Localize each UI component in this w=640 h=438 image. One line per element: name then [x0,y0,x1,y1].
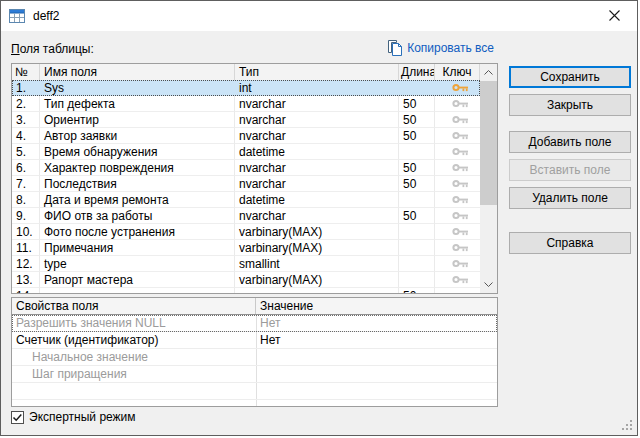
cell-type: varbinary(MAX) [235,272,399,288]
expert-mode-checkbox[interactable]: Экспертный режим [11,410,136,424]
column-header-length[interactable]: Длина [399,64,435,80]
table-row[interactable]: 4.Автор заявкиnvarchar50 [12,128,480,144]
property-row[interactable]: Шаг приращения [12,366,497,383]
properties-header-value: Значение [256,298,497,314]
cell-field-name: Автор заявки [40,128,235,144]
property-value: Нет [256,332,497,348]
resize-grip[interactable] [622,420,633,431]
key-icon [452,243,468,252]
table-row[interactable]: 3.Ориентирnvarchar50 [12,112,480,128]
property-value [256,383,497,399]
table-row[interactable]: 5.Время обнаруженияdatetime [12,144,480,160]
cell-number: 11. [12,240,40,256]
table-row[interactable]: 12.typesmallint [12,256,480,272]
add-field-button[interactable]: Добавить поле [509,131,631,153]
window-title: deff2 [33,9,59,23]
table-row[interactable]: 8.Дата и время ремонтаdatetime [12,192,480,208]
copy-all-link[interactable]: Копировать все [388,40,494,56]
property-row[interactable]: Начальное значение [12,349,497,366]
cell-length: 50 [399,96,435,112]
cell-type: nvarchar [235,160,399,176]
key-icon [452,115,468,124]
cell-field-name: ФИО отв за работы [40,208,235,224]
title-bar[interactable]: deff2 [1,1,637,31]
help-button[interactable]: Справка [509,232,631,254]
cell-type: nvarchar [235,112,399,128]
cell-field-name: Фото после устранения [40,224,235,240]
key-icon [452,131,468,140]
cell-number: 12. [12,256,40,272]
vertical-scrollbar[interactable] [480,64,497,293]
cell-number: 7. [12,176,40,192]
column-header-number[interactable]: № [12,64,40,80]
property-name: Начальное значение [12,349,256,365]
column-header-name[interactable]: Имя поля [40,64,235,80]
cell-length [399,256,435,272]
property-value: Нет [256,315,497,331]
table-row[interactable]: 13.Рапорт мастераvarbinary(MAX) [12,272,480,288]
cell-field-name [40,288,235,294]
cell-key [435,240,480,256]
key-icon [452,163,468,172]
table-row[interactable]: 11.Примечанияvarbinary(MAX) [12,240,480,256]
cell-key [435,208,480,224]
cell-type: nvarchar [235,176,399,192]
cell-number: 14. [12,288,40,294]
key-icon [452,179,468,188]
cell-key [435,80,480,96]
properties-header-name: Свойства поля [12,298,256,314]
scrollbar-thumb[interactable] [480,81,497,205]
cell-length [399,80,435,96]
cell-type: int [235,80,399,96]
scrollbar-up-button[interactable] [480,64,497,81]
cell-field-name: Рапорт мастера [40,272,235,288]
property-row[interactable]: Разрешить значения NULLНет [12,315,497,332]
table-row[interactable]: 7.Последствияnvarchar50 [12,176,480,192]
key-icon [452,211,468,220]
property-value [256,349,497,365]
cell-key [435,192,480,208]
cell-field-name: Ориентир [40,112,235,128]
table-row[interactable]: 6.Характер поврежденияnvarchar50 [12,160,480,176]
key-icon [452,259,468,268]
cell-field-name: type [40,256,235,272]
cell-number: 6. [12,160,40,176]
cell-length [399,144,435,160]
property-row-empty [12,383,497,400]
property-name: Шаг приращения [12,366,256,382]
column-header-key[interactable]: Ключ [435,64,480,80]
table-row-partial[interactable]: 14.50 [12,288,480,294]
cell-length [399,272,435,288]
table-row[interactable]: 2.Тип дефектаnvarchar50 [12,96,480,112]
save-button[interactable]: Сохранить [509,66,631,88]
chevron-up-icon [484,70,493,75]
table-row[interactable]: 1.Sysint [12,80,480,96]
field-properties-grid: Свойства поля Значение Разрешить значени… [11,297,498,407]
cell-field-name: Время обнаружения [40,144,235,160]
cell-length: 50 [399,160,435,176]
close-button[interactable] [592,1,637,30]
cell-length: 50 [399,176,435,192]
cell-type: datetime [235,144,399,160]
cell-key [435,96,480,112]
key-icon [452,275,468,284]
property-name: Разрешить значения NULL [12,315,256,331]
property-row[interactable]: Счетчик (идентификатор)Нет [12,332,497,349]
cell-key [435,256,480,272]
cell-type: nvarchar [235,208,399,224]
copy-icon [388,40,402,56]
cell-field-name: Характер повреждения [40,160,235,176]
fields-table: № Имя поля Тип Длина Ключ 1.Sysint 2.Тип… [11,63,498,294]
key-icon [452,227,468,236]
cell-key [435,128,480,144]
table-row[interactable]: 9.ФИО отв за работыnvarchar50 [12,208,480,224]
delete-field-button[interactable]: Удалить поле [509,187,631,209]
cell-key [435,160,480,176]
cell-length: 50 [399,208,435,224]
close-button-action[interactable]: Закрыть [509,94,631,116]
cell-length [399,240,435,256]
scrollbar-down-button[interactable] [480,276,497,293]
cell-type: varbinary(MAX) [235,240,399,256]
table-row[interactable]: 10.Фото после устраненияvarbinary(MAX) [12,224,480,240]
column-header-type[interactable]: Тип [235,64,399,80]
